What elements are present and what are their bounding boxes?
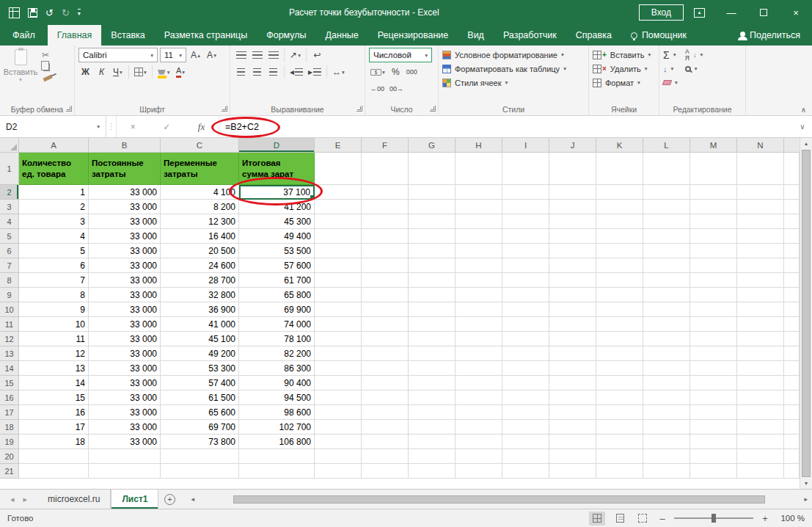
cell-K4[interactable] xyxy=(596,214,643,229)
cell-I18[interactable] xyxy=(502,420,549,435)
zoom-out-icon[interactable]: – xyxy=(657,513,667,524)
cell-G8[interactable] xyxy=(409,273,456,288)
cell-L4[interactable] xyxy=(643,214,690,229)
cell-G14[interactable] xyxy=(409,361,456,376)
cell-K2[interactable] xyxy=(596,185,643,200)
cell-K8[interactable] xyxy=(596,273,643,288)
sheet-tab-microexcel[interactable]: microexcel.ru xyxy=(37,490,111,509)
cell-F12[interactable] xyxy=(362,332,409,346)
cell-L13[interactable] xyxy=(643,346,690,361)
align-middle-icon[interactable] xyxy=(250,48,264,62)
cell-E4[interactable] xyxy=(315,214,362,229)
cell-K11[interactable] xyxy=(596,317,643,332)
cell-A8[interactable]: 7 xyxy=(19,273,89,288)
italic-button[interactable]: К xyxy=(95,65,109,79)
orientation-icon[interactable]: ↗▾ xyxy=(288,48,302,62)
cell-A6[interactable]: 5 xyxy=(19,244,89,258)
cell-L1[interactable] xyxy=(643,153,690,185)
row-header-13[interactable]: 13 xyxy=(0,346,19,361)
row-header-5[interactable]: 5 xyxy=(0,229,19,244)
column-header-C[interactable]: C xyxy=(161,138,239,152)
vertical-scroll-thumb[interactable] xyxy=(802,150,811,477)
cell-E9[interactable] xyxy=(315,288,362,302)
cell-K6[interactable] xyxy=(596,244,643,258)
cell-G21[interactable] xyxy=(409,464,456,479)
cut-icon[interactable]: ✂ xyxy=(42,50,52,60)
row-header-7[interactable]: 7 xyxy=(0,258,19,273)
row-header-10[interactable]: 10 xyxy=(0,302,19,317)
cell-G17[interactable] xyxy=(409,405,456,420)
cell-B19[interactable]: 33 000 xyxy=(89,435,161,449)
cell-J3[interactable] xyxy=(549,200,596,214)
number-format-select[interactable]: Числовой ▾ xyxy=(369,48,432,62)
cell-C12[interactable]: 45 100 xyxy=(161,332,239,346)
cell-C17[interactable]: 65 600 xyxy=(161,405,239,420)
cell-G15[interactable] xyxy=(409,376,456,390)
cell-G11[interactable] xyxy=(409,317,456,332)
align-left-icon[interactable] xyxy=(234,65,248,79)
cell-A13[interactable]: 12 xyxy=(19,346,89,361)
cell-F16[interactable] xyxy=(362,390,409,405)
cell-J20[interactable] xyxy=(549,449,596,464)
cell-K5[interactable] xyxy=(596,229,643,244)
cell-G19[interactable] xyxy=(409,435,456,449)
cell-L18[interactable] xyxy=(643,420,690,435)
merge-center-icon[interactable]: ↔▾ xyxy=(331,65,346,79)
increase-font-size-icon[interactable]: А▴ xyxy=(189,48,202,62)
cell-G18[interactable] xyxy=(409,420,456,435)
tab-review[interactable]: Рецензирование xyxy=(368,25,458,46)
cell-F7[interactable] xyxy=(362,258,409,273)
fill-color-icon[interactable]: ▾ xyxy=(156,65,172,79)
font-size-select[interactable]: 11 ▾ xyxy=(160,48,186,62)
cell-K7[interactable] xyxy=(596,258,643,273)
font-name-select[interactable]: Calibri ▾ xyxy=(78,48,158,62)
cell-I10[interactable] xyxy=(502,302,549,317)
cell-J2[interactable] xyxy=(549,185,596,200)
cell-E1[interactable] xyxy=(315,153,362,185)
cell-B6[interactable]: 33 000 xyxy=(89,244,161,258)
row-header-8[interactable]: 8 xyxy=(0,273,19,288)
cell-N2[interactable] xyxy=(737,185,784,200)
row-header-14[interactable]: 14 xyxy=(0,361,19,376)
cell-N10[interactable] xyxy=(737,302,784,317)
cell-M8[interactable] xyxy=(690,273,737,288)
cell-G20[interactable] xyxy=(409,449,456,464)
cell-K16[interactable] xyxy=(596,390,643,405)
cell-H1[interactable] xyxy=(456,153,502,185)
align-bottom-icon[interactable] xyxy=(266,48,280,62)
row-header-16[interactable]: 16 xyxy=(0,390,19,405)
cell-M16[interactable] xyxy=(690,390,737,405)
cell-C13[interactable]: 49 200 xyxy=(161,346,239,361)
cell-A14[interactable]: 13 xyxy=(19,361,89,376)
zoom-in-icon[interactable]: + xyxy=(760,513,770,524)
cell-K13[interactable] xyxy=(596,346,643,361)
cell-M20[interactable] xyxy=(690,449,737,464)
cell-B15[interactable]: 33 000 xyxy=(89,376,161,390)
row-header-6[interactable]: 6 xyxy=(0,244,19,258)
find-select-button[interactable]: ▾ xyxy=(685,62,703,76)
cell-N21[interactable] xyxy=(737,464,784,479)
cell-J17[interactable] xyxy=(549,405,596,420)
cell-I17[interactable] xyxy=(502,405,549,420)
decrease-indent-icon[interactable]: ◂ xyxy=(288,65,304,79)
cell-E20[interactable] xyxy=(315,449,362,464)
row-header-19[interactable]: 19 xyxy=(0,435,19,449)
cell-M7[interactable] xyxy=(690,258,737,273)
clipboard-dialog-launcher-icon[interactable] xyxy=(66,106,72,112)
cell-F6[interactable] xyxy=(362,244,409,258)
bold-button[interactable]: Ж xyxy=(78,65,92,79)
column-header-M[interactable]: M xyxy=(690,138,737,152)
cell-H16[interactable] xyxy=(456,390,502,405)
cell-C8[interactable]: 28 700 xyxy=(161,273,239,288)
cell-M17[interactable] xyxy=(690,405,737,420)
sort-filter-button[interactable]: АЯ↓▾ xyxy=(685,48,703,62)
cell-M18[interactable] xyxy=(690,420,737,435)
cell-E11[interactable] xyxy=(315,317,362,332)
cell-J15[interactable] xyxy=(549,376,596,390)
cell-C14[interactable]: 53 300 xyxy=(161,361,239,376)
cell-F17[interactable] xyxy=(362,405,409,420)
cell-G5[interactable] xyxy=(409,229,456,244)
cell-J21[interactable] xyxy=(549,464,596,479)
sheet-nav-next-icon[interactable]: ▸ xyxy=(23,495,28,504)
cell-C20[interactable] xyxy=(161,449,239,464)
